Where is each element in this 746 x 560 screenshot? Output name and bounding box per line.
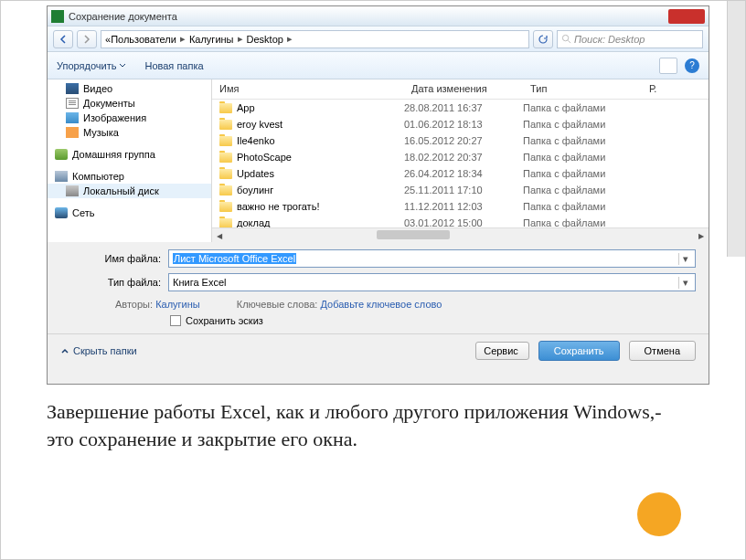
titlebar: Сохранение документа (48, 6, 709, 26)
filename-label: Имя файла: (60, 253, 161, 264)
col-size[interactable]: Р. (642, 79, 709, 99)
sidebar-item-pictures[interactable]: Изображения (48, 111, 211, 125)
svg-point-0 (562, 35, 568, 40)
filetype-label: Тип файла: (60, 277, 161, 288)
back-button[interactable] (53, 30, 73, 48)
folder-icon (219, 185, 232, 195)
chevron-down-icon (119, 62, 126, 69)
network-icon (55, 207, 68, 218)
folder-icon (219, 153, 232, 163)
chevron-down-icon[interactable]: ▾ (678, 277, 691, 289)
slide: Сохранение документа « Пользователи ▸ Ка… (0, 0, 746, 560)
tools-button[interactable]: Сервис (475, 342, 529, 360)
decorative-edge (727, 1, 745, 257)
folder-icon (219, 169, 232, 179)
music-icon (66, 127, 79, 138)
file-row[interactable]: Updates26.04.2012 18:34Папка с файлами (212, 165, 709, 182)
breadcrumb-part[interactable]: Пользователи (111, 34, 176, 45)
authors-label: Авторы: (115, 299, 153, 310)
refresh-button[interactable] (533, 30, 553, 48)
chevron-right-icon: ▸ (238, 33, 243, 45)
dialog-body: Видео Документы Изображения Музыка Домаш… (48, 79, 709, 242)
document-icon (66, 98, 79, 109)
help-icon[interactable]: ? (685, 58, 699, 73)
forward-button[interactable] (77, 30, 97, 48)
file-list-area: Имя Дата изменения Тип Р. App28.08.2011 … (212, 79, 709, 242)
column-headers[interactable]: Имя Дата изменения Тип Р. (212, 79, 709, 100)
folder-icon (219, 136, 232, 146)
search-placeholder: Поиск: Desktop (574, 34, 645, 45)
file-row[interactable]: важно не трогать!11.12.2011 12:03Папка с… (212, 198, 709, 215)
chevron-down-icon[interactable]: ▾ (678, 253, 691, 265)
folder-icon (219, 218, 232, 228)
disk-icon (66, 185, 79, 196)
sidebar-item-documents[interactable]: Документы (48, 96, 211, 111)
sidebar-item-music[interactable]: Музыка (48, 125, 211, 140)
scroll-left-icon[interactable]: ◀ (212, 228, 227, 242)
sidebar-item-local-disk[interactable]: Локальный диск (48, 184, 211, 198)
keywords-label: Ключевые слова: (237, 299, 318, 310)
view-button[interactable] (659, 58, 677, 74)
col-type[interactable]: Тип (523, 79, 642, 99)
search-input[interactable]: Поиск: Desktop (557, 30, 703, 48)
homegroup-icon (55, 149, 68, 160)
save-thumbnail-row[interactable]: Сохранить эскиз (60, 312, 696, 330)
filetype-select[interactable]: Книга Excel ▾ (168, 273, 696, 291)
filename-value: Лист Microsoft Office Excel (173, 253, 296, 264)
breadcrumb[interactable]: « Пользователи ▸ Калугины ▸ Desktop ▸ (101, 30, 529, 48)
file-row[interactable]: боулинг25.11.2011 17:10Папка с файлами (212, 182, 709, 198)
folder-icon (219, 202, 232, 212)
excel-icon (51, 10, 64, 23)
authors-value[interactable]: Калугины (155, 299, 200, 310)
sidebar-tree[interactable]: Видео Документы Изображения Музыка Домаш… (48, 79, 212, 242)
video-icon (66, 83, 79, 94)
save-button[interactable]: Сохранить (538, 341, 620, 361)
decorative-circle-icon (637, 492, 681, 536)
checkbox-icon[interactable] (170, 315, 181, 326)
file-row[interactable]: Ile4enko16.05.2012 20:27Папка с файлами (212, 132, 709, 149)
save-thumbnail-label: Сохранить эскиз (186, 315, 263, 326)
dialog-footer: Скрыть папки Сервис Сохранить Отмена (48, 333, 709, 366)
picture-icon (66, 112, 79, 123)
slide-caption: Завершение работы Excel, как и любого др… (47, 398, 687, 452)
scroll-right-icon[interactable]: ▶ (694, 228, 709, 242)
breadcrumb-part[interactable]: Desktop (247, 34, 283, 45)
folder-icon (219, 103, 232, 113)
organize-button[interactable]: Упорядочить (57, 60, 126, 71)
metadata-row: Авторы: Калугины Ключевые слова: Добавьт… (60, 297, 696, 312)
window-title: Сохранение документа (69, 11, 177, 22)
col-date[interactable]: Дата изменения (404, 79, 523, 99)
file-row[interactable]: PhotoScape18.02.2012 20:37Папка с файлам… (212, 149, 709, 165)
chevron-up-icon (60, 346, 69, 355)
new-folder-button[interactable]: Новая папка (144, 60, 203, 71)
chevron-right-icon: ▸ (287, 33, 293, 45)
col-name[interactable]: Имя (212, 79, 404, 99)
filetype-value: Книга Excel (173, 277, 226, 288)
sidebar-item-network[interactable]: Сеть (48, 206, 211, 220)
form-area: Имя файла: Лист Microsoft Office Excel ▾… (48, 242, 709, 333)
toolbar: Упорядочить Новая папка ? (48, 52, 709, 79)
sidebar-item-computer[interactable]: Компьютер (48, 169, 211, 184)
svg-line-1 (568, 40, 570, 43)
computer-icon (55, 171, 68, 182)
file-list[interactable]: App28.08.2011 16:37Папка с файлами eroy … (212, 100, 709, 227)
folder-icon (219, 120, 232, 130)
file-row[interactable]: App28.08.2011 16:37Папка с файлами (212, 100, 709, 116)
search-icon (561, 34, 571, 44)
sidebar-item-homegroup[interactable]: Домашняя группа (48, 147, 211, 162)
keywords-value[interactable]: Добавьте ключевое слово (320, 299, 442, 310)
save-dialog: Сохранение документа « Пользователи ▸ Ка… (47, 5, 709, 385)
horizontal-scrollbar[interactable]: ◀ ▶ (212, 227, 709, 242)
breadcrumb-part[interactable]: Калугины (189, 34, 234, 45)
sidebar-item-video[interactable]: Видео (48, 81, 211, 96)
file-row[interactable]: доклад03.01.2012 15:00Папка с файлами (212, 215, 709, 227)
nav-bar: « Пользователи ▸ Калугины ▸ Desktop ▸ По… (48, 26, 709, 52)
scroll-thumb[interactable] (377, 230, 450, 239)
cancel-button[interactable]: Отмена (629, 341, 696, 361)
hide-folders-button[interactable]: Скрыть папки (60, 345, 137, 356)
close-icon[interactable] (668, 9, 705, 24)
chevron-right-icon: ▸ (180, 33, 186, 45)
file-row[interactable]: eroy kvest01.06.2012 18:13Папка с файлам… (212, 116, 709, 132)
filename-input[interactable]: Лист Microsoft Office Excel ▾ (168, 249, 696, 268)
